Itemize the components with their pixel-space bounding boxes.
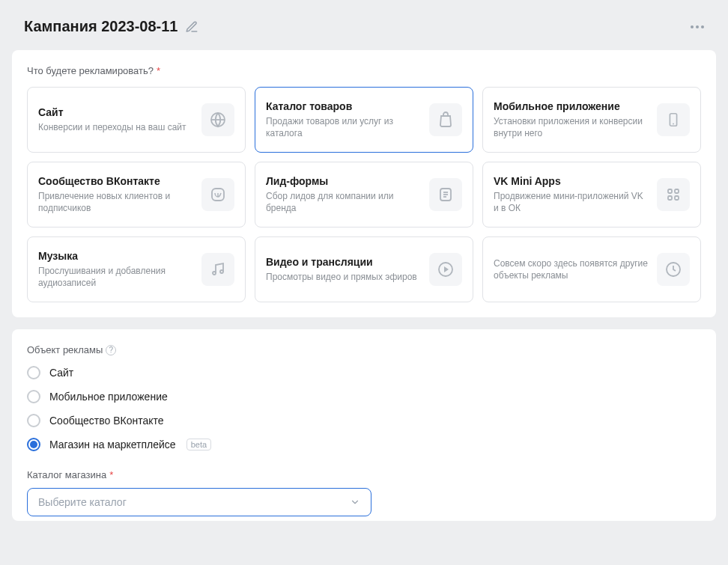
radio-list: СайтМобильное приложениеСообщество ВКонт… [27, 366, 701, 451]
radio-label: Сайт [49, 367, 73, 379]
radio-circle [27, 390, 40, 403]
catalog-select[interactable]: Выберите каталог [27, 488, 371, 516]
card-bag[interactable]: Каталог товаровПродажи товаров или услуг… [255, 87, 473, 153]
form-icon [429, 178, 462, 211]
card-title: Музыка [38, 250, 194, 262]
svg-rect-11 [668, 196, 672, 200]
card-text: МузыкаПрослушивания и добавления аудиоза… [38, 250, 194, 289]
music-icon [201, 253, 234, 286]
svg-marker-16 [444, 266, 449, 272]
card-desc: Сбор лидов для компании или бренда [266, 190, 422, 214]
card-form[interactable]: Лид-формыСбор лидов для компании или бре… [255, 162, 473, 227]
svg-point-14 [220, 270, 223, 273]
card-music[interactable]: МузыкаПрослушивания и добавления аудиоза… [27, 236, 246, 302]
required-marker: * [157, 65, 160, 76]
card-text: VK Mini AppsПродвижение мини-приложений … [494, 175, 649, 214]
cards-grid: СайтКонверсии и переходы на ваш сайтКата… [27, 87, 701, 302]
card-text: Каталог товаровПродажи товаров или услуг… [266, 100, 422, 139]
card-desc: Установки приложения и конверсии внутри … [494, 115, 649, 139]
clock-icon [657, 253, 690, 286]
card-globe[interactable]: СайтКонверсии и переходы на ваш сайт [27, 87, 246, 153]
card-text: Видео и трансляцииПросмотры видео и прям… [266, 256, 422, 283]
card-text: Мобильное приложениеУстановки приложения… [494, 100, 649, 139]
radio-item-2[interactable]: Сообщество ВКонтакте [27, 414, 701, 427]
catalog-label: Каталог магазина * [27, 469, 701, 480]
help-icon[interactable]: ? [106, 345, 116, 355]
card-title: Сообщество ВКонтакте [38, 175, 194, 187]
radio-label: Мобильное приложение [49, 391, 168, 403]
card-clock: Совсем скоро здесь появятся другие объек… [482, 236, 701, 302]
phone-icon [657, 103, 690, 136]
object-panel: Объект рекламы ? СайтМобильное приложени… [12, 329, 716, 521]
object-label-text: Объект рекламы [27, 344, 103, 355]
card-title: Сайт [38, 106, 194, 118]
object-label: Объект рекламы ? [27, 344, 701, 355]
card-desc: Привлечение новых клиентов и подписчиков [38, 190, 194, 214]
grid-icon [657, 178, 690, 211]
more-icon[interactable] [691, 25, 704, 28]
chevron-down-icon [350, 497, 360, 507]
card-desc: Продажи товаров или услуг из каталога [266, 115, 422, 139]
required-marker: * [109, 469, 113, 480]
card-phone[interactable]: Мобильное приложениеУстановки приложения… [482, 87, 701, 153]
card-text: Совсем скоро здесь появятся другие объек… [494, 257, 649, 281]
radio-circle [27, 366, 40, 379]
card-text: СайтКонверсии и переходы на ваш сайт [38, 106, 194, 133]
card-play[interactable]: Видео и трансляцииПросмотры видео и прям… [255, 236, 473, 302]
globe-icon [201, 103, 234, 136]
card-desc: Конверсии и переходы на ваш сайт [38, 121, 194, 133]
beta-badge: beta [186, 439, 211, 451]
svg-rect-12 [675, 196, 679, 200]
svg-rect-10 [675, 189, 679, 193]
card-title: Лид-формы [266, 175, 422, 187]
radio-circle [27, 438, 40, 451]
bag-icon [429, 103, 462, 136]
card-text: Сообщество ВКонтактеПривлечение новых кл… [38, 175, 194, 214]
edit-icon[interactable] [185, 20, 198, 34]
card-title: Мобильное приложение [494, 100, 649, 112]
card-vk[interactable]: Сообщество ВКонтактеПривлечение новых кл… [27, 162, 246, 227]
radio-item-0[interactable]: Сайт [27, 366, 701, 379]
radio-circle [27, 414, 40, 427]
radio-item-3[interactable]: Магазин на маркетплейсеbeta [27, 438, 701, 451]
radio-label: Магазин на маркетплейсе [49, 439, 176, 451]
card-title: Видео и трансляции [266, 256, 422, 268]
svg-rect-9 [668, 189, 672, 193]
radio-label: Сообщество ВКонтакте [49, 415, 164, 427]
card-desc: Просмотры видео и прямых эфиров [266, 271, 422, 283]
catalog-select-placeholder: Выберите каталог [38, 496, 127, 508]
card-text: Лид-формыСбор лидов для компании или бре… [266, 175, 422, 214]
card-grid[interactable]: VK Mini AppsПродвижение мини-приложений … [482, 162, 701, 227]
promote-panel: Что будете рекламировать? * СайтКонверси… [12, 50, 716, 317]
campaign-title: Кампания 2023-08-11 [24, 18, 178, 35]
card-desc: Продвижение мини-приложений VK и в ОК [494, 190, 649, 214]
card-title: VK Mini Apps [494, 175, 649, 187]
page-header: Кампания 2023-08-11 [0, 0, 728, 50]
vk-icon [201, 178, 234, 211]
card-title: Каталог товаров [266, 100, 422, 112]
card-desc: Прослушивания и добавления аудиозаписей [38, 265, 194, 289]
card-desc: Совсем скоро здесь появятся другие объек… [494, 257, 649, 281]
promote-label-text: Что будете рекламировать? [27, 65, 154, 76]
promote-label: Что будете рекламировать? * [27, 65, 701, 76]
svg-point-13 [213, 272, 216, 275]
title-wrap: Кампания 2023-08-11 [24, 18, 198, 35]
catalog-label-text: Каталог магазина [27, 469, 106, 480]
play-icon [429, 253, 462, 286]
radio-item-1[interactable]: Мобильное приложение [27, 390, 701, 403]
